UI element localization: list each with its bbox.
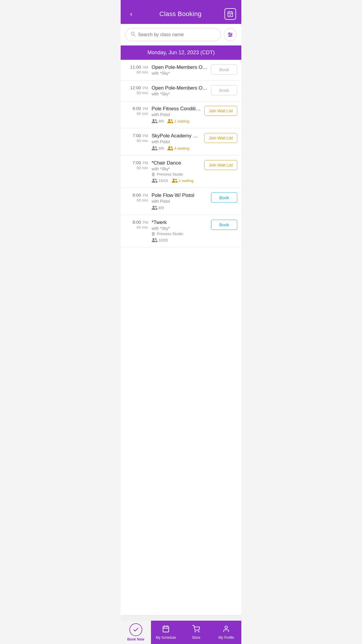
table-row: 8:00 PM 60 min Pole Flow W/ Pistol with … [121,188,241,215]
svg-rect-34 [163,626,169,632]
spots-count: 15/15 [152,178,168,183]
class-location: Princess Studio [152,172,201,176]
class-name: Open Pole-Members Only!!! [152,64,208,70]
schedule-icon [162,625,170,634]
class-time-hour: 11:00 AM [125,64,148,69]
class-time-hour: 7:00 PM [125,133,148,138]
table-row: 12:00 PM 60 min Open Pole-Members Only!!… [121,80,241,101]
class-info: Open Pole-Members Only!!! with *Sky* [152,64,208,76]
join-waitlist-button[interactable]: Join Wait List [204,160,237,170]
class-info: SkyPole Academy Senior with Pistol 9/9 4… [152,133,201,150]
nav-my-profile[interactable]: My Profile [211,621,242,644]
table-row: 7:00 PM 60 min SkyPole Academy Senior wi… [121,128,241,155]
spots-count: 9/9 [152,146,164,150]
class-time-hour: 8:00 PM [125,192,148,197]
schedule-label: My Schedule [156,636,176,640]
search-icon [130,31,136,38]
join-waitlist-button[interactable]: Join Wait List [204,106,237,116]
svg-point-15 [171,119,172,121]
class-instructor: with *Sky* [152,226,208,231]
profile-icon [222,625,230,634]
svg-point-40 [225,626,228,629]
class-time: 8:00 PM 60 min [125,220,148,230]
class-instructor: with *Sky* [152,167,201,171]
class-spots: 10/20 [152,238,208,242]
book-now-label: Book Now [127,637,144,641]
book-now-icon [129,623,142,636]
svg-point-25 [173,178,175,181]
class-instructor: with Pistol [152,139,201,144]
nav-book-now[interactable]: Book Now [121,621,151,644]
spots-count: 9/9 [152,119,164,123]
nav-store[interactable]: Store [181,621,211,644]
bottom-nav: Book Now My Schedule Store [121,621,241,644]
spots-count: 8/9 [152,205,164,210]
class-list: 11:00 AM 60 min Open Pole-Members Only!!… [121,60,241,615]
class-info: *Chair Dance with *Sky* Princess Studio … [152,160,201,183]
date-banner: Monday, Jun 12, 2023 (CDT) [121,46,241,60]
class-spots: 9/9 1 waiting [152,119,201,123]
page-title: Class Booking [159,10,202,18]
search-field-wrapper[interactable] [125,28,221,41]
class-time: 11:00 AM 60 min [125,64,148,74]
book-button[interactable]: Book [211,85,237,95]
filter-button[interactable] [224,28,237,41]
class-duration: 60 min [125,70,148,74]
book-button[interactable]: Book [211,220,237,230]
svg-point-32 [152,238,154,240]
class-time: 12:00 PM 60 min [125,85,148,95]
header: ‹ Class Booking [121,0,241,24]
class-duration: 60 min [125,166,148,170]
class-location: Princess Studio [152,232,208,236]
location-name: Princess Studio [157,172,183,176]
store-label: Store [192,636,200,640]
calendar-check-icon[interactable] [224,8,236,20]
class-time: 7:00 PM 60 min [125,160,148,170]
svg-point-12 [152,119,154,121]
svg-point-14 [168,119,170,121]
class-spots: 15/15 1 waiting [152,178,201,183]
class-time: 6:00 PM 60 min [125,106,148,116]
book-button[interactable]: Book [211,192,237,203]
book-button[interactable]: Book [211,64,237,75]
nav-my-schedule[interactable]: My Schedule [151,621,181,644]
svg-point-24 [155,179,157,180]
waiting-count: 1 waiting [172,178,194,183]
svg-point-38 [195,631,195,632]
svg-point-27 [152,206,154,208]
class-info: Open Pole-Members Only!!! with *Sky* [152,85,208,96]
class-action: Book [211,64,237,75]
join-waitlist-button[interactable]: Join Wait List [204,133,237,143]
svg-line-5 [134,35,135,36]
svg-point-39 [198,631,199,632]
class-action: Book [211,85,237,95]
svg-rect-0 [228,12,233,17]
class-name: *Twerk [152,220,208,225]
class-name: Pole Flow W/ Pistol [152,192,208,198]
search-input[interactable] [138,32,216,37]
spots-count: 10/20 [152,238,168,242]
class-action: Join Wait List [204,160,237,170]
svg-point-33 [155,238,157,240]
svg-point-10 [231,34,232,35]
class-instructor: with Pistol [152,112,201,117]
svg-point-16 [152,146,154,148]
class-spots: 8/9 [152,205,208,210]
class-action: Book [211,220,237,230]
svg-point-22 [154,174,154,174]
class-time-hour: 6:00 PM [125,106,148,111]
class-time: 8:00 PM 60 min [125,192,148,202]
back-button[interactable]: ‹ [126,10,136,18]
class-info: Pole Fitness Conditioni... with Pistol 9… [152,106,201,123]
svg-point-18 [168,146,170,148]
svg-point-19 [171,146,172,148]
class-info: Pole Flow W/ Pistol with Pistol 8/9 [152,192,208,210]
profile-label: My Profile [219,636,234,640]
class-time-hour: 7:00 PM [125,160,148,165]
svg-point-31 [154,234,154,234]
location-name: Princess Studio [157,232,183,236]
table-row: 6:00 PM 60 min Pole Fitness Conditioni..… [121,101,241,128]
svg-point-23 [152,178,154,181]
svg-point-26 [175,179,177,180]
table-row: 8:00 PM 60 min *Twerk with *Sky* Princes… [121,215,241,247]
